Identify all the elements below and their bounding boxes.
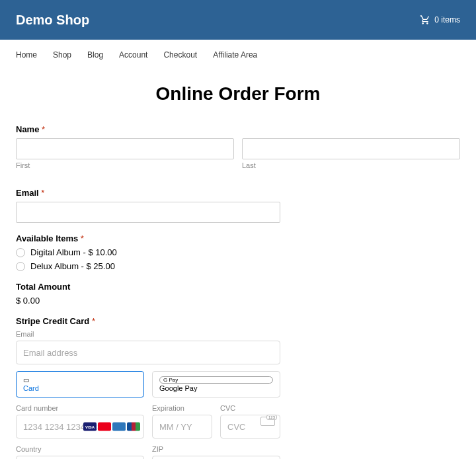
page-title: Online Order Form <box>16 83 460 104</box>
nav-affiliate[interactable]: Affiliate Area <box>213 50 257 60</box>
gpay-icon: G Pay <box>159 376 273 384</box>
site-header: Demo Shop 0 items <box>0 0 476 40</box>
site-logo[interactable]: Demo Shop <box>16 13 89 28</box>
item-option-0: Digital Album - $ 10.00 <box>30 247 117 257</box>
cart-icon <box>420 15 430 25</box>
country-label: Country <box>16 445 144 453</box>
first-sublabel: First <box>16 161 234 169</box>
email-input[interactable] <box>16 202 280 223</box>
last-sublabel: Last <box>242 161 460 169</box>
cvc-label: CVC <box>220 404 280 412</box>
nav-blog[interactable]: Blog <box>87 50 103 60</box>
item-radio-1[interactable] <box>16 262 25 271</box>
card-icon: ▭ <box>23 376 137 384</box>
cart-count: 0 items <box>434 15 460 24</box>
stripe-email-label: Email <box>16 330 280 338</box>
card-number-label: Card number <box>16 404 144 412</box>
item-radio-0[interactable] <box>16 248 25 257</box>
nav-checkout[interactable]: Checkout <box>163 50 197 60</box>
mastercard-icon <box>98 423 111 431</box>
item-option-1: Delux Album - $ 25.00 <box>30 261 115 271</box>
total-label: Total Amount <box>16 282 460 292</box>
last-name-input[interactable] <box>242 138 460 159</box>
zip-label: ZIP <box>152 445 280 453</box>
country-select[interactable] <box>16 456 144 459</box>
stripe-label: Stripe Credit Card * <box>16 316 280 326</box>
payment-tab-gpay[interactable]: G Pay Google Pay <box>152 371 280 397</box>
name-label: Name * <box>16 124 460 134</box>
items-label: Available Items * <box>16 233 460 243</box>
email-label: Email * <box>16 188 460 198</box>
stripe-email-input[interactable] <box>16 341 280 364</box>
card-brand-icons: VISA <box>83 423 140 431</box>
amex-icon <box>112 423 126 431</box>
form-container: Online Order Form Name * First Last Emai… <box>0 70 476 459</box>
expiration-input[interactable] <box>152 415 212 438</box>
visa-icon: VISA <box>83 423 97 431</box>
nav-shop[interactable]: Shop <box>53 50 71 60</box>
zip-input[interactable] <box>152 456 280 459</box>
nav-account[interactable]: Account <box>119 50 147 60</box>
payment-tab-card[interactable]: ▭ Card <box>16 371 144 397</box>
nav-home[interactable]: Home <box>16 50 37 60</box>
cvc-icon <box>260 417 275 426</box>
main-nav: Home Shop Blog Account Checkout Affiliat… <box>0 40 476 70</box>
cart-link[interactable]: 0 items <box>420 15 460 25</box>
expiration-label: Expiration <box>152 404 212 412</box>
first-name-input[interactable] <box>16 138 234 159</box>
jcb-icon <box>127 423 140 431</box>
total-value: $ 0.00 <box>16 296 460 306</box>
